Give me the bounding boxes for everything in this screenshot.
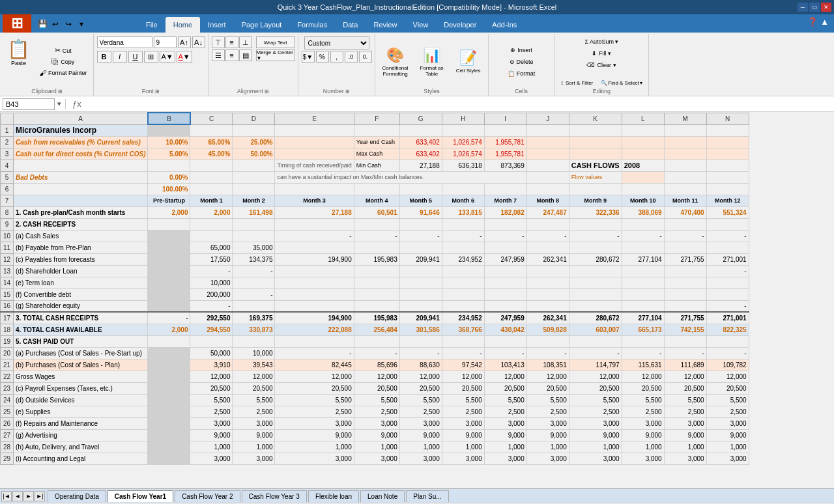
cell-N14[interactable] (706, 277, 749, 288)
find-select-btn[interactable]: 🔍 Find & Select ▾ (597, 77, 646, 88)
cell-G19[interactable] (399, 335, 442, 347)
col-header-H[interactable]: H (442, 113, 484, 124)
cell-H16[interactable] (442, 300, 484, 312)
cell-K24[interactable]: 5,500 (569, 394, 622, 406)
col-header-K[interactable]: K (569, 113, 622, 124)
col-header-C[interactable]: C (190, 113, 233, 124)
cell-B17[interactable]: - (148, 312, 190, 324)
cell-H27[interactable]: 9,000 (442, 429, 484, 441)
cell-D13[interactable]: - (233, 265, 275, 277)
sheet-tab-cashflow3[interactable]: Cash Flow Year 3 (242, 490, 307, 502)
cell-N8[interactable]: 551,324 (706, 206, 749, 218)
cell-I7[interactable]: Month 7 (484, 195, 526, 206)
cell-G15[interactable] (399, 288, 442, 300)
cell-A1[interactable]: MicroGranules Incorp (14, 124, 148, 136)
cell-C17[interactable]: 292,550 (190, 312, 233, 324)
cell-B28[interactable] (148, 441, 190, 453)
cell-A3[interactable]: Cash out for direct costs (% Current COS… (14, 148, 148, 160)
cell-B26[interactable] (148, 417, 190, 429)
cell-J6[interactable] (526, 183, 569, 195)
cell-K5[interactable]: Flow values (569, 171, 622, 183)
percent-btn[interactable]: % (316, 51, 329, 63)
cell-B22[interactable] (148, 371, 190, 382)
cell-F27[interactable]: 9,000 (354, 429, 399, 441)
cell-F23[interactable]: 20,500 (354, 382, 399, 394)
help-icon[interactable]: ❓ (807, 17, 818, 27)
cell-J28[interactable]: 1,000 (526, 441, 569, 453)
cell-M1[interactable] (664, 124, 706, 136)
cell-E13[interactable] (275, 265, 354, 277)
cell-J8[interactable]: 247,487 (526, 206, 569, 218)
cell-G17[interactable]: 209,941 (399, 312, 442, 324)
cell-F26[interactable]: 3,000 (354, 417, 399, 429)
cell-K11[interactable] (569, 242, 622, 253)
minimize-btn[interactable]: ─ (798, 3, 808, 12)
cell-L2[interactable] (622, 136, 664, 148)
cell-K25[interactable]: 2,500 (569, 406, 622, 417)
border-btn[interactable]: ⊞ (144, 51, 158, 63)
cell-F7[interactable]: Month 4 (354, 195, 399, 206)
cell-H17[interactable]: 234,952 (442, 312, 484, 324)
cell-E18[interactable]: 222,088 (275, 324, 354, 335)
cell-F20[interactable]: - (354, 347, 399, 359)
cell-E15[interactable] (275, 288, 354, 300)
cell-K12[interactable]: 280,672 (569, 253, 622, 265)
cell-M11[interactable] (664, 242, 706, 253)
cell-C4[interactable] (190, 160, 233, 171)
cell-A13[interactable]: (d) Shareholder Loan (14, 265, 148, 277)
cell-L16[interactable] (622, 300, 664, 312)
cell-E3[interactable] (275, 148, 354, 160)
cell-L15[interactable] (622, 288, 664, 300)
cell-K9[interactable] (569, 218, 622, 230)
cell-F29[interactable]: 3,000 (354, 453, 399, 464)
cell-J11[interactable] (526, 242, 569, 253)
cell-A17[interactable]: 3. TOTAL CASH RECEIPTS (14, 312, 148, 324)
cut-button[interactable]: ✂ Cut (36, 46, 91, 56)
cell-C3[interactable]: 45.00% (190, 148, 233, 160)
cell-L1[interactable] (622, 124, 664, 136)
align-left-btn[interactable]: ☰ (212, 49, 225, 61)
insert-btn[interactable]: ⊕ Insert (506, 45, 536, 55)
sheet-tab-cashflow1[interactable]: Cash Flow Year1 (108, 490, 173, 502)
cell-I6[interactable] (484, 183, 526, 195)
cell-C2[interactable]: 65.00% (190, 136, 233, 148)
increase-decimal-btn[interactable]: .0 (345, 51, 358, 63)
font-color-btn[interactable]: A▼ (177, 51, 192, 63)
col-header-B[interactable]: B (148, 113, 190, 124)
cell-G20[interactable]: - (399, 347, 442, 359)
cell-J25[interactable]: 2,500 (526, 406, 569, 417)
delete-btn[interactable]: ⊖ Delete (506, 57, 538, 67)
cell-L23[interactable]: 20,500 (622, 382, 664, 394)
cell-F8[interactable]: 60,501 (354, 206, 399, 218)
cell-I4[interactable]: 873,369 (484, 160, 526, 171)
cell-H14[interactable] (442, 277, 484, 288)
cell-L7[interactable]: Month 10 (622, 195, 664, 206)
cell-E1[interactable] (275, 124, 354, 136)
cell-J9[interactable] (526, 218, 569, 230)
cell-N21[interactable]: 109,782 (706, 359, 749, 371)
cell-K7[interactable]: Month 9 (569, 195, 622, 206)
cell-B9[interactable] (148, 218, 190, 230)
cell-N5[interactable] (706, 171, 749, 183)
sheet-tab-operating[interactable]: Operating Data (48, 490, 106, 502)
cell-J1[interactable] (526, 124, 569, 136)
cell-B19[interactable] (148, 335, 190, 347)
cell-A6[interactable] (14, 183, 148, 195)
cell-J5[interactable] (526, 171, 569, 183)
cell-K21[interactable]: 114,797 (569, 359, 622, 371)
cell-I28[interactable]: 1,000 (484, 441, 526, 453)
cell-A14[interactable]: (e) Term loan (14, 277, 148, 288)
cell-H11[interactable] (442, 242, 484, 253)
cell-G14[interactable] (399, 277, 442, 288)
clear-btn[interactable]: ⌫ Clear ▾ (583, 60, 620, 70)
cell-H28[interactable]: 1,000 (442, 441, 484, 453)
cell-E19[interactable] (275, 335, 354, 347)
cell-M6[interactable] (664, 183, 706, 195)
cell-J18[interactable]: 509,828 (526, 324, 569, 335)
cell-L5[interactable] (622, 171, 664, 183)
cell-E24[interactable]: 5,500 (275, 394, 354, 406)
cell-C23[interactable]: 20,500 (190, 382, 233, 394)
cell-G21[interactable]: 88,630 (399, 359, 442, 371)
cell-C27[interactable]: 9,000 (190, 429, 233, 441)
formula-input[interactable] (87, 100, 831, 109)
